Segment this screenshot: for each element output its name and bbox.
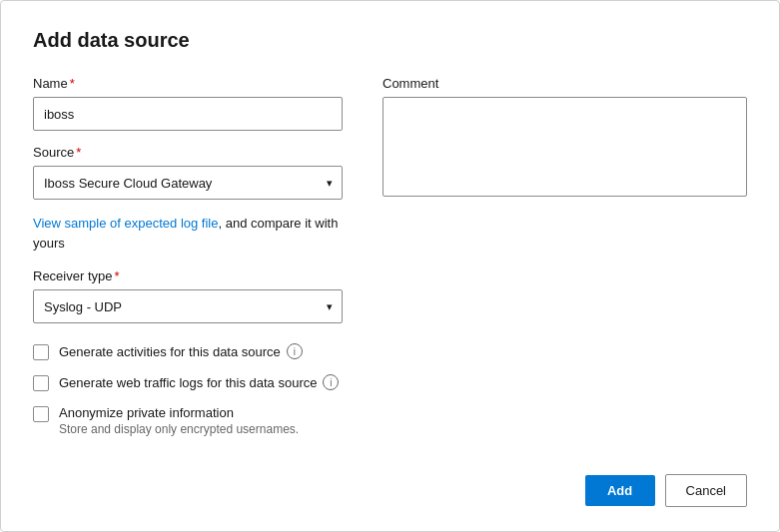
checkboxes-section: Generate activities for this data source… xyxy=(33,343,343,450)
comment-label: Comment xyxy=(383,76,747,91)
content-row: Name* Source* Iboss Secure Cloud Gateway… xyxy=(33,76,747,450)
receiver-field-group: Receiver type* Syslog - UDP Syslog - TCP… xyxy=(33,268,343,323)
add-data-source-dialog: Add data source Name* Source* Iboss Secu… xyxy=(0,0,780,532)
checkbox-web-traffic[interactable] xyxy=(33,375,49,391)
cancel-button[interactable]: Cancel xyxy=(665,474,747,507)
checkbox-web-traffic-label[interactable]: Generate web traffic logs for this data … xyxy=(59,374,339,390)
name-input[interactable] xyxy=(33,97,343,131)
left-column: Name* Source* Iboss Secure Cloud Gateway… xyxy=(33,76,343,450)
source-label: Source* xyxy=(33,145,343,160)
info-icon-web-traffic: i xyxy=(323,374,339,390)
receiver-label: Receiver type* xyxy=(33,268,343,283)
comment-field-group: Comment xyxy=(383,76,747,201)
checkbox-activities[interactable] xyxy=(33,344,49,360)
view-sample-link[interactable]: View sample of expected log file xyxy=(33,216,218,231)
footer-row: Add Cancel xyxy=(33,474,747,507)
checkbox-activities-label[interactable]: Generate activities for this data source… xyxy=(59,343,303,359)
checkbox-anonymize-label[interactable]: Anonymize private information xyxy=(59,405,299,420)
checkbox-anonymize-sublabel: Store and display only encrypted usernam… xyxy=(59,422,299,436)
source-select-wrapper: Iboss Secure Cloud Gateway ▾ xyxy=(33,166,343,200)
dialog-title: Add data source xyxy=(33,29,747,52)
checkbox-group-web-traffic: Generate web traffic logs for this data … xyxy=(33,374,343,391)
checkbox-anonymize[interactable] xyxy=(33,406,49,422)
name-label: Name* xyxy=(33,76,343,91)
log-link-container: View sample of expected log file, and co… xyxy=(33,214,343,253)
name-field-group: Name* xyxy=(33,76,343,131)
add-button[interactable]: Add xyxy=(585,475,655,506)
info-icon-activities: i xyxy=(287,343,303,359)
checkbox-group-activities: Generate activities for this data source… xyxy=(33,343,343,360)
receiver-select-wrapper: Syslog - UDP Syslog - TCP FTP ▾ xyxy=(33,289,343,323)
source-field-group: Source* Iboss Secure Cloud Gateway ▾ xyxy=(33,145,343,200)
checkbox-group-anonymize: Anonymize private information Store and … xyxy=(33,405,343,436)
source-select[interactable]: Iboss Secure Cloud Gateway xyxy=(33,166,343,200)
right-column: Comment xyxy=(383,76,747,450)
receiver-select[interactable]: Syslog - UDP Syslog - TCP FTP xyxy=(33,289,343,323)
comment-textarea[interactable] xyxy=(383,97,747,197)
